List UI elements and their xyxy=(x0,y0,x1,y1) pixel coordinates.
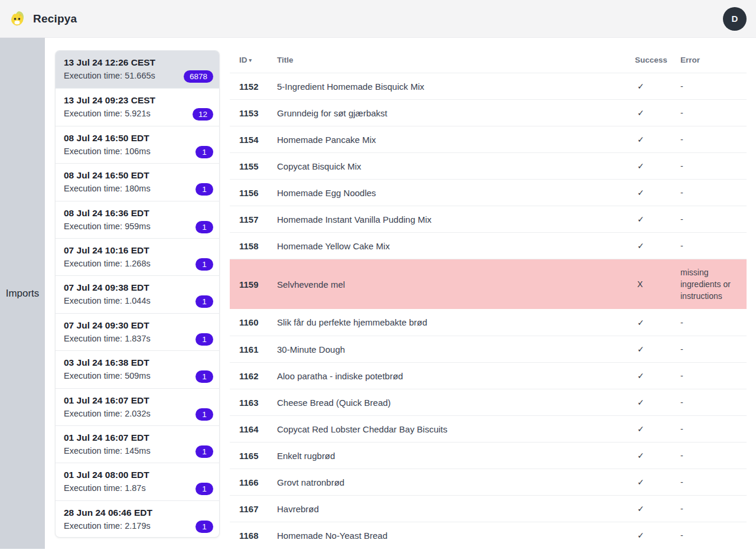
row-error: - xyxy=(680,102,747,123)
import-list-item[interactable]: 13 Jul 24 09:23 CESTExecution time: 5.92… xyxy=(56,88,219,125)
row-error: - xyxy=(680,76,747,97)
row-id: 1160 xyxy=(230,317,277,327)
import-list-item[interactable]: 01 Jul 24 08:00 EDTExecution time: 1.87s… xyxy=(56,463,219,500)
import-date: 28 Jun 24 06:46 EDT xyxy=(64,506,211,519)
import-count-badge: 1 xyxy=(195,333,213,346)
row-success: ✓ xyxy=(635,82,680,91)
import-list-item[interactable]: 01 Jul 24 16:07 EDTExecution time: 145ms… xyxy=(56,425,219,463)
import-execution-time: Execution time: 106ms xyxy=(64,145,211,158)
row-title: Copycat Red Lobster Cheddar Bay Biscuits xyxy=(277,424,635,434)
import-date: 08 Jul 24 16:36 EDT xyxy=(64,207,211,220)
table-row: 1160Slik får du perfekte hjemmebakte brø… xyxy=(230,309,747,336)
row-id: 1163 xyxy=(230,398,277,408)
app-title: Recipya xyxy=(33,12,77,25)
row-id: 1165 xyxy=(230,451,277,461)
import-list-item[interactable]: 03 Jul 24 16:38 EDTExecution time: 509ms… xyxy=(56,350,219,388)
topbar: Recipya D xyxy=(0,0,756,38)
row-success: ✓ xyxy=(635,371,680,380)
import-date: 07 Jul 24 09:38 EDT xyxy=(64,281,211,294)
import-count-badge: 1 xyxy=(195,483,213,495)
import-list-item[interactable]: 01 Jul 24 16:07 EDTExecution time: 2.032… xyxy=(56,388,219,425)
row-id: 1155 xyxy=(230,161,277,171)
app-logo-icon xyxy=(9,10,27,28)
row-error: - xyxy=(680,525,747,546)
table-body: 11525-Ingredient Homemade Bisquick Mix✓-… xyxy=(230,73,747,548)
import-date: 01 Jul 24 08:00 EDT xyxy=(64,469,211,482)
import-list-item[interactable]: 07 Jul 24 09:38 EDTExecution time: 1.044… xyxy=(56,275,219,313)
import-list-item[interactable]: 08 Jul 24 16:36 EDTExecution time: 959ms… xyxy=(56,201,219,238)
row-id: 1152 xyxy=(230,82,277,92)
import-date: 08 Jul 24 16:50 EDT xyxy=(64,132,211,145)
row-error: - xyxy=(680,445,747,466)
avatar[interactable]: D xyxy=(723,7,747,31)
import-execution-time: Execution time: 145ms xyxy=(64,444,211,457)
row-title: Copycat Bisquick Mix xyxy=(277,161,635,171)
row-id: 1162 xyxy=(230,371,277,381)
table-header-row: ID▾ Title Success Error xyxy=(230,47,747,73)
row-success: ✓ xyxy=(635,135,680,144)
tab-imports[interactable]: Imports xyxy=(6,288,40,300)
recipes-table: ID▾ Title Success Error 11525-Ingredient… xyxy=(230,47,747,548)
row-error: - xyxy=(680,392,747,413)
import-list-item[interactable]: 08 Jul 24 16:50 EDTExecution time: 180ms… xyxy=(56,163,219,200)
table-row: 1167Havrebrød✓- xyxy=(230,495,747,522)
import-count-badge: 1 xyxy=(195,146,213,158)
table-row: 1158Homemade Yellow Cake Mix✓- xyxy=(230,232,747,259)
import-list-item[interactable]: 07 Jul 24 09:30 EDTExecution time: 1.837… xyxy=(56,313,219,350)
row-success: ✓ xyxy=(635,477,680,487)
row-title: Homemade Yellow Cake Mix xyxy=(277,241,635,251)
row-id: 1157 xyxy=(230,214,277,225)
row-success: ✓ xyxy=(635,531,680,540)
row-error: - xyxy=(680,129,747,150)
row-success: ✓ xyxy=(635,214,680,224)
import-date: 03 Jul 24 16:38 EDT xyxy=(64,356,211,369)
row-error: - xyxy=(680,155,747,177)
import-count-badge: 1 xyxy=(195,221,213,233)
row-success: ✓ xyxy=(635,108,680,118)
row-title: Cheese Bread (Quick Bread) xyxy=(277,398,635,408)
column-header-id[interactable]: ID▾ xyxy=(230,56,277,64)
row-error: - xyxy=(680,235,747,256)
row-success: ✓ xyxy=(635,161,680,171)
table-row: 116130-Minute Dough✓- xyxy=(230,336,747,362)
import-count-badge: 1 xyxy=(195,370,213,383)
row-error: - xyxy=(680,339,747,360)
import-list-item[interactable]: 07 Jul 24 10:16 EDTExecution time: 1.268… xyxy=(56,238,219,275)
import-count-badge: 1 xyxy=(195,183,213,196)
row-success: ✓ xyxy=(635,398,680,407)
import-execution-time: Execution time: 1.044s xyxy=(64,294,211,307)
table-row: 1165Enkelt rugbrød✓- xyxy=(230,442,747,469)
app-home-link[interactable]: Recipya xyxy=(9,10,77,28)
import-execution-time: Execution time: 1.268s xyxy=(64,257,211,270)
row-title: Homemade Instant Vanilla Pudding Mix xyxy=(277,214,635,225)
import-execution-time: Execution time: 2.032s xyxy=(64,407,211,420)
import-date: 01 Jul 24 16:07 EDT xyxy=(64,431,211,444)
row-title: Aloo paratha - indiske potetbrød xyxy=(277,371,635,381)
row-title: 5-Ingredient Homemade Bisquick Mix xyxy=(277,82,635,92)
import-count-badge: 1 xyxy=(195,258,213,271)
row-success: ✓ xyxy=(635,344,680,354)
table-row: 1162Aloo paratha - indiske potetbrød✓- xyxy=(230,362,747,389)
import-list-item[interactable]: 13 Jul 24 12:26 CESTExecution time: 51.6… xyxy=(56,51,219,88)
row-error: - xyxy=(680,365,747,386)
import-execution-time: Execution time: 959ms xyxy=(64,220,211,233)
row-error: - xyxy=(680,471,747,493)
table-row: 1166Grovt natronbrød✓- xyxy=(230,469,747,495)
import-date: 07 Jul 24 10:16 EDT xyxy=(64,244,211,257)
table-row: 1168Homemade No-Yeast Bread✓- xyxy=(230,522,747,548)
row-id: 1167 xyxy=(230,504,277,514)
import-execution-time: Execution time: 180ms xyxy=(64,182,211,195)
import-count-badge: 1 xyxy=(195,445,213,458)
import-list-item[interactable]: 28 Jun 24 06:46 EDTExecution time: 2.179… xyxy=(56,500,219,538)
column-header-error: Error xyxy=(680,56,747,64)
import-execution-time: Execution time: 509ms xyxy=(64,369,211,382)
import-list-item[interactable]: 08 Jul 24 16:50 EDTExecution time: 106ms… xyxy=(56,126,219,163)
row-id: 1156 xyxy=(230,188,277,198)
row-success: ✓ xyxy=(635,188,680,197)
import-execution-time: Execution time: 1.837s xyxy=(64,332,211,345)
import-date: 13 Jul 24 09:23 CEST xyxy=(64,94,211,107)
row-error: - xyxy=(680,418,747,440)
row-title: Grunndeig for søt gjærbakst xyxy=(277,108,635,118)
table-row: 1159Selvhevende melXmissing ingredients … xyxy=(230,259,747,309)
sidebar: Imports xyxy=(0,38,45,549)
